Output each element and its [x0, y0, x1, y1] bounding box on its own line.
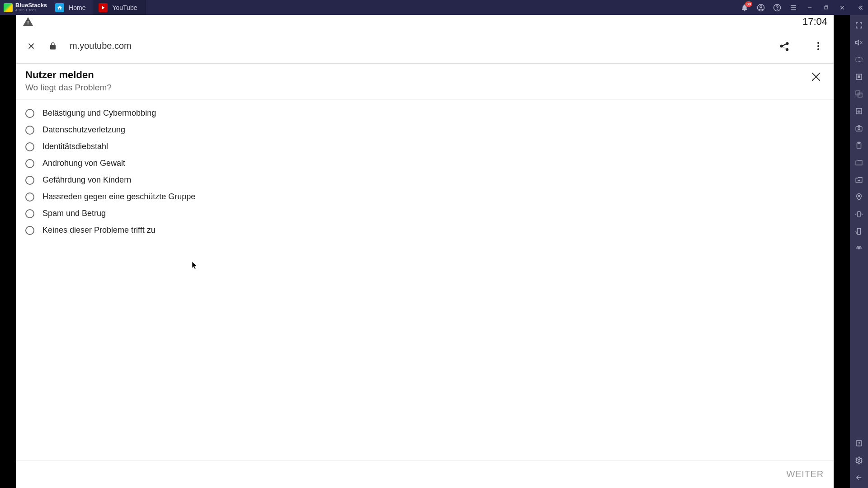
- location-button[interactable]: [851, 189, 867, 205]
- radio-icon: [25, 176, 34, 185]
- tab-youtube-label: YouTube: [112, 4, 137, 11]
- svg-rect-10: [858, 76, 860, 78]
- report-option-label: Spam und Betrug: [42, 209, 106, 218]
- report-option[interactable]: Spam und Betrug: [21, 205, 829, 222]
- android-screen: 17:04 m.youtube.com Nutzer: [16, 15, 834, 488]
- volume-mute-button[interactable]: [851, 35, 867, 50]
- report-option[interactable]: Gefährdung von Kindern: [21, 172, 829, 188]
- radio-icon: [25, 109, 34, 118]
- shake-button[interactable]: [851, 206, 867, 222]
- radio-icon: [25, 142, 34, 151]
- report-option[interactable]: Hassreden gegen eine geschützte Gruppe: [21, 188, 829, 205]
- radio-icon: [25, 159, 34, 168]
- browser-more-button[interactable]: [813, 41, 824, 52]
- radio-icon: [25, 192, 34, 202]
- screenshot-button[interactable]: [851, 121, 867, 136]
- radio-icon: [25, 226, 34, 235]
- radio-icon: [25, 209, 34, 218]
- bluestacks-version: 4.280.1.1002: [15, 8, 47, 12]
- browser-toolbar: m.youtube.com: [16, 28, 834, 64]
- dialog-close-button[interactable]: [809, 70, 823, 84]
- streaming-button[interactable]: [851, 241, 867, 256]
- browser-close-button[interactable]: [26, 41, 36, 51]
- dialog-subtitle: Wo liegt das Problem?: [25, 83, 825, 93]
- window-close-button[interactable]: [837, 3, 847, 13]
- android-status-bar: 17:04: [16, 15, 834, 28]
- notifications-button[interactable]: 38: [740, 3, 750, 13]
- svg-point-22: [859, 445, 859, 445]
- dialog-header: Nutzer melden Wo liegt das Problem?: [16, 64, 834, 99]
- window-minimize-button[interactable]: [805, 3, 815, 13]
- android-back-button[interactable]: [851, 470, 867, 485]
- media-folder-button[interactable]: [851, 155, 867, 170]
- install-apk-button[interactable]: [851, 103, 867, 119]
- notifications-badge: 38: [745, 1, 752, 7]
- svg-point-23: [858, 460, 860, 462]
- keymap-button[interactable]: [851, 52, 867, 67]
- svg-point-20: [859, 248, 859, 249]
- bluestacks-logo: BlueStacks 4.280.1.1002: [0, 3, 51, 12]
- hamburger-menu-button[interactable]: [788, 3, 798, 13]
- report-option-label: Keines dieser Probleme trifft zu: [42, 225, 156, 235]
- report-option[interactable]: Keines dieser Probleme trifft zu: [21, 222, 829, 239]
- multi-instance-button[interactable]: [851, 86, 867, 102]
- dialog-title: Nutzer melden: [25, 69, 825, 81]
- svg-rect-8: [856, 58, 862, 62]
- sidebar-collapse-button[interactable]: [855, 3, 865, 13]
- bluestacks-brand: BlueStacks: [15, 3, 47, 8]
- next-button[interactable]: WEITER: [786, 469, 824, 479]
- tab-home-label: Home: [69, 4, 85, 11]
- svg-point-1: [760, 5, 762, 8]
- report-option[interactable]: Identitätsdiebstahl: [21, 138, 829, 155]
- report-option-label: Hassreden gegen eine geschützte Gruppe: [42, 192, 195, 202]
- report-option[interactable]: Androhung von Gewalt: [21, 155, 829, 172]
- svg-rect-4: [825, 6, 827, 9]
- svg-rect-18: [858, 211, 860, 217]
- help-button[interactable]: [772, 3, 782, 13]
- share-button[interactable]: [778, 40, 790, 52]
- macro-recorder-button[interactable]: [851, 69, 867, 84]
- window-restore-button[interactable]: [821, 3, 831, 13]
- bluestacks-side-toolbar: [850, 15, 868, 488]
- home-icon: [55, 3, 64, 12]
- account-button[interactable]: [756, 3, 766, 13]
- lock-icon: [49, 42, 57, 50]
- report-option[interactable]: Belästigung und Cybermobbing: [21, 105, 829, 122]
- report-option-label: Belästigung und Cybermobbing: [42, 108, 156, 118]
- report-dialog: Nutzer melden Wo liegt das Problem? Belä…: [16, 64, 834, 488]
- report-option-label: Datenschutzverletzung: [42, 125, 125, 135]
- svg-point-6: [817, 45, 819, 47]
- youtube-icon: [99, 3, 108, 12]
- settings-button[interactable]: [851, 453, 867, 468]
- tab-youtube[interactable]: YouTube: [94, 0, 146, 15]
- report-option-label: Identitätsdiebstahl: [42, 142, 108, 151]
- svg-point-5: [817, 42, 819, 44]
- svg-point-17: [858, 195, 860, 197]
- bluestacks-logo-icon: [4, 3, 13, 12]
- emulator-area: 17:04 m.youtube.com Nutzer: [0, 15, 850, 488]
- fullscreen-button[interactable]: [851, 18, 867, 33]
- bluestacks-titlebar: BlueStacks 4.280.1.1002 Home YouTube 38: [0, 0, 868, 15]
- radio-icon: [25, 126, 34, 135]
- dialog-footer: WEITER: [16, 460, 834, 488]
- clipboard-sync-button[interactable]: [851, 138, 867, 153]
- report-option[interactable]: Datenschutzverletzung: [21, 122, 829, 138]
- browser-url[interactable]: m.youtube.com: [70, 41, 766, 51]
- svg-point-15: [858, 128, 860, 130]
- help-sidebar-button[interactable]: [851, 436, 867, 451]
- warning-icon: [23, 16, 33, 27]
- report-option-label: Androhung von Gewalt: [42, 159, 125, 168]
- rotate-button[interactable]: [851, 224, 867, 239]
- tab-home[interactable]: Home: [51, 0, 94, 15]
- svg-point-7: [817, 48, 819, 50]
- svg-rect-14: [856, 127, 862, 131]
- shared-folder-button[interactable]: [851, 172, 867, 188]
- cursor-icon: [192, 262, 198, 270]
- titlebar-controls: 38: [740, 0, 865, 15]
- report-option-label: Gefährdung von Kindern: [42, 175, 131, 185]
- svg-rect-19: [857, 228, 861, 235]
- svg-point-3: [777, 9, 778, 9]
- status-time: 17:04: [802, 16, 827, 28]
- report-options: Belästigung und Cybermobbing Datenschutz…: [16, 101, 834, 242]
